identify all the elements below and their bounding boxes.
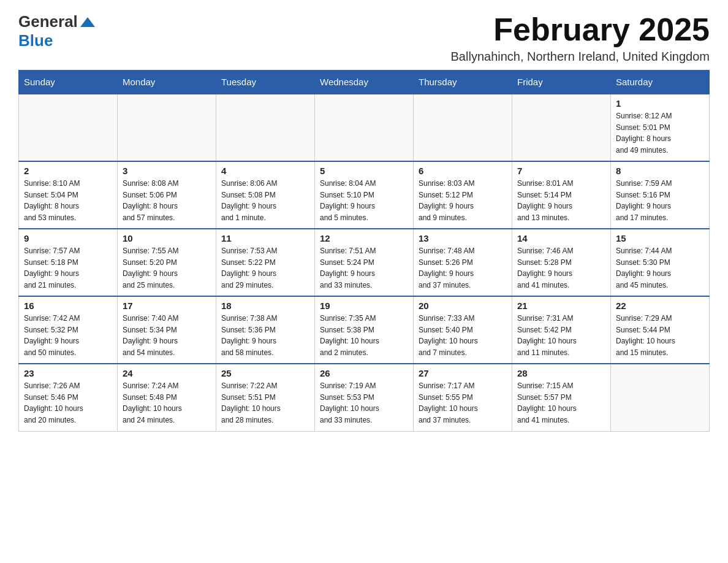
day-info: Sunrise: 7:57 AM Sunset: 5:18 PM Dayligh… xyxy=(24,245,112,291)
svg-marker-0 xyxy=(80,17,95,27)
calendar-day-cell: 10Sunrise: 7:55 AM Sunset: 5:20 PM Dayli… xyxy=(118,229,216,296)
calendar-day-cell: 28Sunrise: 7:15 AM Sunset: 5:57 PM Dayli… xyxy=(512,364,611,431)
day-info: Sunrise: 7:42 AM Sunset: 5:32 PM Dayligh… xyxy=(24,313,112,358)
day-info: Sunrise: 7:19 AM Sunset: 5:53 PM Dayligh… xyxy=(320,380,408,426)
day-info: Sunrise: 7:22 AM Sunset: 5:51 PM Dayligh… xyxy=(221,380,309,426)
day-of-week-header: Monday xyxy=(118,71,216,94)
calendar-day-cell: 26Sunrise: 7:19 AM Sunset: 5:53 PM Dayli… xyxy=(315,364,414,431)
day-number: 15 xyxy=(616,233,704,243)
calendar-day-cell: 19Sunrise: 7:35 AM Sunset: 5:38 PM Dayli… xyxy=(315,296,414,364)
calendar-day-cell: 22Sunrise: 7:29 AM Sunset: 5:44 PM Dayli… xyxy=(611,296,710,364)
day-number: 5 xyxy=(320,166,408,176)
day-info: Sunrise: 7:38 AM Sunset: 5:36 PM Dayligh… xyxy=(221,313,309,358)
calendar-day-cell: 5Sunrise: 8:04 AM Sunset: 5:10 PM Daylig… xyxy=(315,161,414,229)
calendar-day-cell: 15Sunrise: 7:44 AM Sunset: 5:30 PM Dayli… xyxy=(611,229,710,296)
day-number: 3 xyxy=(123,166,211,176)
calendar-day-cell: 2Sunrise: 8:10 AM Sunset: 5:04 PM Daylig… xyxy=(19,161,118,229)
calendar-day-cell: 6Sunrise: 8:03 AM Sunset: 5:12 PM Daylig… xyxy=(414,161,512,229)
calendar-table: SundayMondayTuesdayWednesdayThursdayFrid… xyxy=(18,70,710,432)
day-info: Sunrise: 7:35 AM Sunset: 5:38 PM Dayligh… xyxy=(320,313,408,358)
day-number: 27 xyxy=(419,368,507,378)
day-info: Sunrise: 7:29 AM Sunset: 5:44 PM Dayligh… xyxy=(616,313,704,358)
calendar-day-cell: 8Sunrise: 7:59 AM Sunset: 5:16 PM Daylig… xyxy=(611,161,710,229)
calendar-day-cell xyxy=(414,94,512,161)
day-info: Sunrise: 7:33 AM Sunset: 5:40 PM Dayligh… xyxy=(419,313,507,358)
day-of-week-header: Friday xyxy=(512,71,611,94)
calendar-day-cell: 4Sunrise: 8:06 AM Sunset: 5:08 PM Daylig… xyxy=(216,161,315,229)
day-info: Sunrise: 7:55 AM Sunset: 5:20 PM Dayligh… xyxy=(123,245,211,291)
day-info: Sunrise: 7:46 AM Sunset: 5:28 PM Dayligh… xyxy=(517,245,605,291)
day-info: Sunrise: 7:59 AM Sunset: 5:16 PM Dayligh… xyxy=(616,178,704,223)
calendar-day-cell: 1Sunrise: 8:12 AM Sunset: 5:01 PM Daylig… xyxy=(611,94,710,161)
day-info: Sunrise: 8:10 AM Sunset: 5:04 PM Dayligh… xyxy=(24,178,112,223)
page-header: General Blue February 2025 Ballynahinch,… xyxy=(18,12,710,64)
logo-triangle-icon xyxy=(79,13,96,31)
day-number: 6 xyxy=(419,166,507,176)
calendar-week-row: 23Sunrise: 7:26 AM Sunset: 5:46 PM Dayli… xyxy=(19,364,710,431)
calendar-day-cell xyxy=(118,94,216,161)
day-number: 19 xyxy=(320,301,408,311)
day-number: 21 xyxy=(517,301,605,311)
day-of-week-header: Sunday xyxy=(19,71,118,94)
month-title: February 2025 xyxy=(451,12,710,47)
day-number: 2 xyxy=(24,166,112,176)
day-info: Sunrise: 7:17 AM Sunset: 5:55 PM Dayligh… xyxy=(419,380,507,426)
logo-blue-text: Blue xyxy=(18,31,53,50)
day-info: Sunrise: 7:24 AM Sunset: 5:48 PM Dayligh… xyxy=(123,380,211,426)
calendar-day-cell: 25Sunrise: 7:22 AM Sunset: 5:51 PM Dayli… xyxy=(216,364,315,431)
day-info: Sunrise: 7:53 AM Sunset: 5:22 PM Dayligh… xyxy=(221,245,309,291)
calendar-day-cell: 13Sunrise: 7:48 AM Sunset: 5:26 PM Dayli… xyxy=(414,229,512,296)
day-number: 11 xyxy=(221,233,309,243)
day-info: Sunrise: 8:04 AM Sunset: 5:10 PM Dayligh… xyxy=(320,178,408,223)
calendar-day-cell: 20Sunrise: 7:33 AM Sunset: 5:40 PM Dayli… xyxy=(414,296,512,364)
logo: General Blue xyxy=(18,12,96,50)
calendar-day-cell: 21Sunrise: 7:31 AM Sunset: 5:42 PM Dayli… xyxy=(512,296,611,364)
day-number: 17 xyxy=(123,301,211,311)
calendar-day-cell: 23Sunrise: 7:26 AM Sunset: 5:46 PM Dayli… xyxy=(19,364,118,431)
day-number: 16 xyxy=(24,301,112,311)
day-info: Sunrise: 7:31 AM Sunset: 5:42 PM Dayligh… xyxy=(517,313,605,358)
day-number: 14 xyxy=(517,233,605,243)
calendar-day-cell xyxy=(315,94,414,161)
calendar-day-cell: 14Sunrise: 7:46 AM Sunset: 5:28 PM Dayli… xyxy=(512,229,611,296)
day-info: Sunrise: 7:26 AM Sunset: 5:46 PM Dayligh… xyxy=(24,380,112,426)
day-of-week-header: Thursday xyxy=(414,71,512,94)
calendar-day-cell xyxy=(512,94,611,161)
calendar-day-cell: 7Sunrise: 8:01 AM Sunset: 5:14 PM Daylig… xyxy=(512,161,611,229)
calendar-week-row: 2Sunrise: 8:10 AM Sunset: 5:04 PM Daylig… xyxy=(19,161,710,229)
calendar-day-cell xyxy=(19,94,118,161)
day-number: 7 xyxy=(517,166,605,176)
calendar-day-cell: 3Sunrise: 8:08 AM Sunset: 5:06 PM Daylig… xyxy=(118,161,216,229)
day-number: 24 xyxy=(123,368,211,378)
day-number: 18 xyxy=(221,301,309,311)
day-number: 10 xyxy=(123,233,211,243)
title-area: February 2025 Ballynahinch, Northern Ire… xyxy=(451,12,710,64)
day-info: Sunrise: 8:12 AM Sunset: 5:01 PM Dayligh… xyxy=(616,110,704,156)
calendar-day-cell: 17Sunrise: 7:40 AM Sunset: 5:34 PM Dayli… xyxy=(118,296,216,364)
logo-general-text: General xyxy=(18,12,78,31)
day-info: Sunrise: 7:44 AM Sunset: 5:30 PM Dayligh… xyxy=(616,245,704,291)
location-subtitle: Ballynahinch, Northern Ireland, United K… xyxy=(451,50,710,64)
day-info: Sunrise: 7:51 AM Sunset: 5:24 PM Dayligh… xyxy=(320,245,408,291)
calendar-header-row: SundayMondayTuesdayWednesdayThursdayFrid… xyxy=(19,71,710,94)
calendar-day-cell: 9Sunrise: 7:57 AM Sunset: 5:18 PM Daylig… xyxy=(19,229,118,296)
calendar-day-cell: 24Sunrise: 7:24 AM Sunset: 5:48 PM Dayli… xyxy=(118,364,216,431)
day-number: 9 xyxy=(24,233,112,243)
calendar-week-row: 16Sunrise: 7:42 AM Sunset: 5:32 PM Dayli… xyxy=(19,296,710,364)
day-number: 1 xyxy=(616,98,704,109)
calendar-day-cell: 18Sunrise: 7:38 AM Sunset: 5:36 PM Dayli… xyxy=(216,296,315,364)
day-info: Sunrise: 8:06 AM Sunset: 5:08 PM Dayligh… xyxy=(221,178,309,223)
day-number: 25 xyxy=(221,368,309,378)
calendar-day-cell: 27Sunrise: 7:17 AM Sunset: 5:55 PM Dayli… xyxy=(414,364,512,431)
calendar-day-cell: 16Sunrise: 7:42 AM Sunset: 5:32 PM Dayli… xyxy=(19,296,118,364)
day-info: Sunrise: 8:03 AM Sunset: 5:12 PM Dayligh… xyxy=(419,178,507,223)
day-number: 23 xyxy=(24,368,112,378)
calendar-day-cell: 12Sunrise: 7:51 AM Sunset: 5:24 PM Dayli… xyxy=(315,229,414,296)
calendar-day-cell xyxy=(611,364,710,431)
calendar-day-cell xyxy=(216,94,315,161)
day-number: 13 xyxy=(419,233,507,243)
calendar-week-row: 9Sunrise: 7:57 AM Sunset: 5:18 PM Daylig… xyxy=(19,229,710,296)
day-info: Sunrise: 7:40 AM Sunset: 5:34 PM Dayligh… xyxy=(123,313,211,358)
day-info: Sunrise: 8:01 AM Sunset: 5:14 PM Dayligh… xyxy=(517,178,605,223)
day-number: 28 xyxy=(517,368,605,378)
